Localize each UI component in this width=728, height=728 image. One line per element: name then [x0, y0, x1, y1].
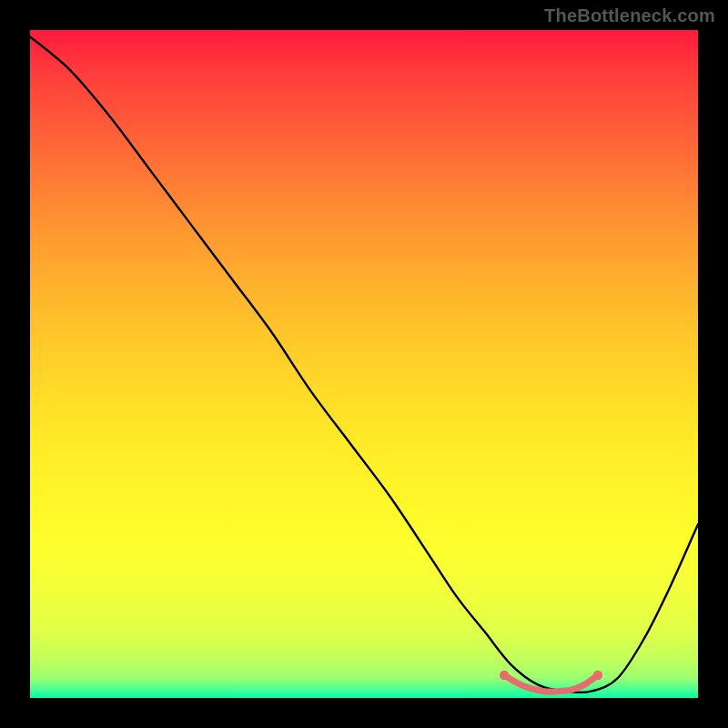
highlight-end-dot: [593, 671, 602, 680]
optimal-range-highlight: [504, 675, 598, 692]
watermark-text: TheBottleneck.com: [544, 5, 715, 26]
bottleneck-curve: [30, 36, 698, 693]
curve-layer: [30, 30, 698, 698]
figure-frame: TheBottleneck.com: [0, 0, 728, 728]
highlight-end-dot: [500, 671, 509, 680]
plot-area: [30, 30, 698, 698]
